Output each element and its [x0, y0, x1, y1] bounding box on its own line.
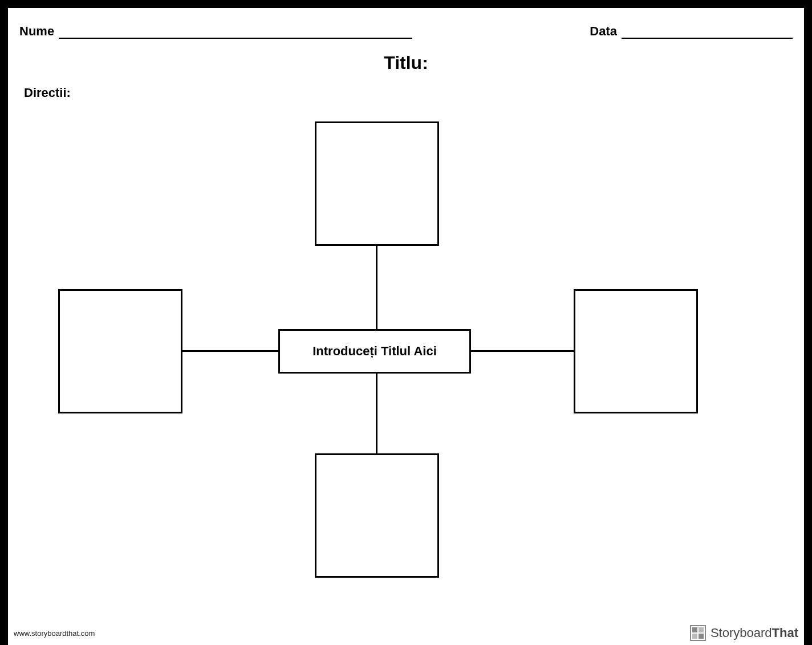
connector-bottom — [376, 374, 377, 453]
name-field-group: Nume — [19, 24, 412, 39]
box-top[interactable] — [315, 121, 439, 246]
svg-rect-4 — [699, 634, 704, 639]
worksheet-page: Nume Data Titlu: Directii: Introduceți T… — [8, 8, 804, 637]
date-field-group: Data — [590, 24, 793, 39]
header-row: Nume Data — [19, 24, 793, 39]
svg-rect-1 — [692, 627, 697, 632]
svg-rect-2 — [699, 627, 704, 632]
name-label: Nume — [19, 24, 54, 39]
connector-right — [471, 350, 574, 352]
connector-left — [182, 350, 278, 352]
connector-top — [376, 246, 377, 329]
directions-label: Directii: — [24, 86, 71, 100]
name-blank-line[interactable] — [59, 27, 412, 39]
svg-rect-3 — [692, 634, 697, 639]
footer-url: www.storyboardthat.com — [14, 629, 95, 638]
center-title-box[interactable]: Introduceți Titlul Aici — [278, 329, 471, 374]
box-left[interactable] — [58, 289, 182, 413]
storyboard-icon — [690, 625, 706, 641]
spider-map-diagram: Introduceți Titlul Aici — [8, 102, 804, 604]
center-title-text: Introduceți Titlul Aici — [312, 344, 437, 359]
box-bottom[interactable] — [315, 453, 439, 578]
page-title: Titlu: — [8, 52, 804, 74]
brand-text: StoryboardThat — [710, 626, 798, 640]
date-label: Data — [590, 24, 617, 39]
date-blank-line[interactable] — [622, 27, 793, 39]
brand-text-thin: Storyboard — [710, 626, 772, 640]
brand-logo: StoryboardThat — [690, 625, 798, 641]
footer-bar: www.storyboardthat.com StoryboardThat — [8, 621, 804, 645]
box-right[interactable] — [574, 289, 698, 413]
brand-text-bold: That — [772, 626, 798, 640]
